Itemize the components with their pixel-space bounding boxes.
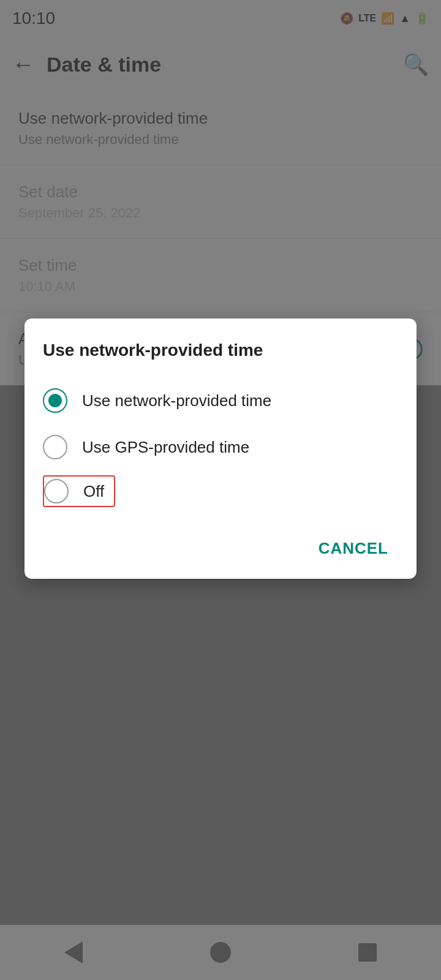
radio-option-network[interactable]: Use network-provided time <box>43 377 398 424</box>
cancel-button[interactable]: CANCEL <box>309 530 398 567</box>
radio-label-network: Use network-provided time <box>82 391 271 410</box>
dialog-actions: CANCEL <box>43 518 398 567</box>
off-option-box: Off <box>43 475 115 507</box>
network-time-dialog: Use network-provided time Use network-pr… <box>24 318 417 579</box>
radio-label-off: Off <box>83 482 104 501</box>
radio-inner-network <box>48 394 62 407</box>
dialog-title: Use network-provided time <box>43 341 398 360</box>
radio-circle-network <box>43 388 67 413</box>
radio-label-gps: Use GPS-provided time <box>82 438 249 457</box>
radio-circle-off <box>44 479 69 503</box>
radio-option-off[interactable]: Off <box>43 470 398 512</box>
radio-circle-gps <box>43 435 67 459</box>
radio-option-gps[interactable]: Use GPS-provided time <box>43 424 398 470</box>
